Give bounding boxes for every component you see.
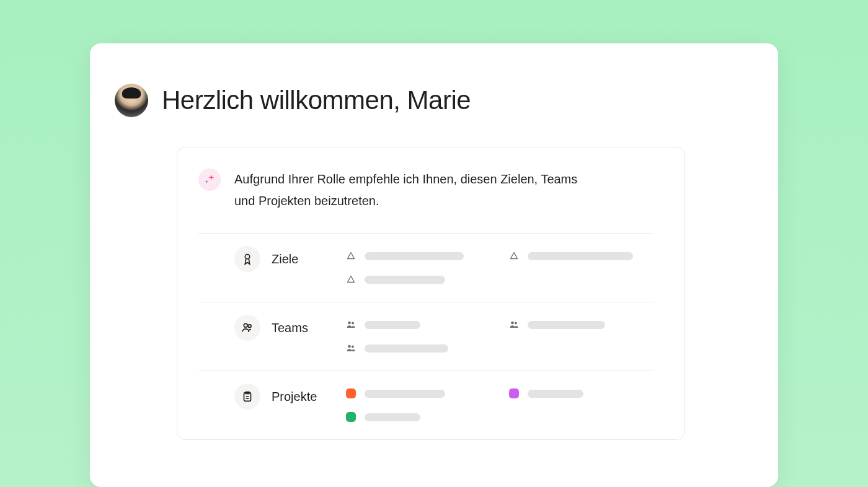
project-placeholder	[365, 413, 420, 421]
people-icon	[346, 343, 356, 353]
goal-placeholder	[365, 276, 445, 284]
goal-item[interactable]	[346, 274, 490, 284]
people-icon	[509, 320, 519, 330]
project-placeholder	[528, 390, 583, 398]
section-projects: Projekte	[198, 371, 653, 439]
goal-placeholder	[365, 252, 464, 260]
triangle-icon	[509, 251, 519, 261]
svg-point-7	[348, 345, 351, 348]
welcome-card: Herzlich willkommen, Marie Aufgrund Ihre…	[90, 43, 778, 487]
project-placeholder	[365, 390, 445, 398]
goal-item[interactable]	[509, 251, 653, 261]
project-item[interactable]	[509, 388, 653, 398]
triangle-icon	[346, 274, 356, 284]
svg-point-6	[515, 322, 517, 325]
team-item[interactable]	[346, 343, 490, 353]
svg-point-0	[245, 255, 249, 259]
teams-label: Teams	[272, 321, 308, 335]
recommendation-text: Aufgrund Ihrer Rolle empfehle ich Ihnen,…	[234, 169, 594, 212]
project-item[interactable]	[346, 388, 490, 398]
team-item[interactable]	[346, 320, 490, 330]
project-color-swatch	[346, 388, 356, 398]
recommendations-panel: Aufgrund Ihrer Rolle empfehle ich Ihnen,…	[177, 147, 685, 440]
section-goals: Ziele	[198, 233, 653, 302]
svg-point-8	[352, 346, 354, 348]
svg-point-4	[352, 322, 354, 325]
team-placeholder	[528, 321, 605, 329]
svg-point-2	[248, 325, 251, 328]
projects-label: Projekte	[272, 390, 317, 404]
goals-label: Ziele	[272, 252, 298, 266]
goals-icon	[234, 246, 260, 272]
welcome-header: Herzlich willkommen, Marie	[115, 84, 716, 117]
svg-point-5	[511, 322, 514, 325]
welcome-title: Herzlich willkommen, Marie	[162, 86, 471, 115]
projects-icon	[234, 384, 260, 410]
goal-placeholder	[528, 252, 633, 260]
goal-item[interactable]	[346, 251, 490, 261]
people-icon	[346, 320, 356, 330]
svg-point-3	[348, 322, 351, 325]
section-teams: Teams	[198, 302, 653, 371]
team-item[interactable]	[509, 320, 653, 330]
project-color-swatch	[346, 412, 356, 422]
svg-point-1	[244, 323, 247, 327]
user-avatar[interactable]	[115, 84, 148, 117]
project-item[interactable]	[346, 412, 490, 422]
triangle-icon	[346, 251, 356, 261]
team-placeholder	[365, 321, 420, 329]
sparkle-icon	[198, 169, 221, 191]
project-color-swatch	[509, 388, 519, 398]
team-placeholder	[365, 344, 448, 353]
recommendation-intro: Aufgrund Ihrer Rolle empfehle ich Ihnen,…	[198, 169, 653, 212]
teams-icon	[234, 315, 260, 341]
